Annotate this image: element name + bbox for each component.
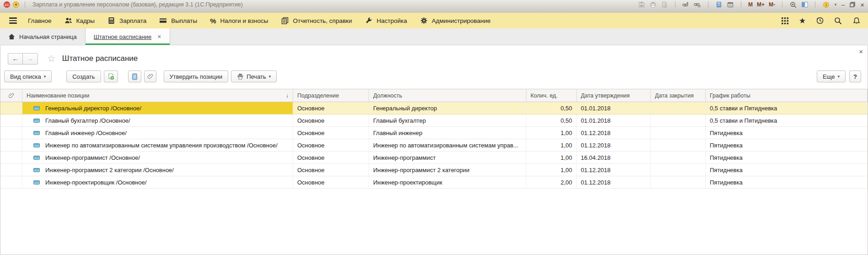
- menu-item-administrirovanie[interactable]: Администрирование: [413, 13, 497, 28]
- list-settings-button[interactable]: [128, 71, 141, 82]
- row-date-closed-cell[interactable]: [651, 152, 706, 163]
- header-name-column[interactable]: Наименование позиции ↓: [22, 89, 293, 102]
- row-date-approved-cell[interactable]: 16.04.2018: [577, 152, 651, 163]
- row-name-cell[interactable]: Инженер-программист /Основное/: [22, 152, 293, 163]
- help-button[interactable]: ?: [849, 71, 861, 82]
- calendar-icon[interactable]: 31: [727, 1, 734, 8]
- tab-close-icon[interactable]: ×: [157, 33, 161, 40]
- row-quantity-cell[interactable]: 1,00: [526, 152, 577, 163]
- row-position-cell[interactable]: Инженер по автоматизированным системам у…: [369, 139, 526, 151]
- row-date-closed-cell[interactable]: [651, 164, 706, 176]
- print-icon[interactable]: [649, 1, 657, 8]
- tab-home-page[interactable]: Начальная страница: [0, 28, 86, 45]
- row-quantity-cell[interactable]: 0,50: [526, 102, 577, 114]
- row-quantity-cell[interactable]: 1,00: [526, 164, 577, 176]
- row-schedule-cell[interactable]: Пятидневка: [706, 127, 868, 139]
- row-department-cell[interactable]: Основное: [293, 139, 369, 151]
- row-department-cell[interactable]: Основное: [293, 114, 369, 126]
- row-schedule-cell[interactable]: 0,5 ставки и Пятидневка: [706, 102, 868, 114]
- minimize-icon[interactable]: –: [841, 2, 845, 8]
- row-name-cell[interactable]: Главный бухгалтер /Основное/: [22, 114, 293, 126]
- row-date-closed-cell[interactable]: [651, 114, 706, 126]
- hamburger-menu-icon[interactable]: [5, 13, 21, 28]
- get-link-icon[interactable]: [682, 1, 690, 8]
- add-to-favorites-star-icon[interactable]: ☆: [47, 53, 56, 64]
- menu-item-nalogi[interactable]: % Налоги и взносы: [204, 13, 274, 28]
- row-position-cell[interactable]: Главный бухгалтер: [369, 114, 526, 126]
- main-menu-dropdown-icon[interactable]: ▼: [13, 1, 19, 8]
- header-date-closed-column[interactable]: Дата закрытия: [651, 89, 706, 102]
- menu-item-kadry[interactable]: Кадры: [58, 13, 101, 28]
- search-icon[interactable]: [834, 16, 842, 25]
- row-department-cell[interactable]: Основное: [293, 164, 369, 176]
- row-schedule-cell[interactable]: 0,5 ставки и Пятидневка: [706, 114, 868, 126]
- save-icon[interactable]: [638, 1, 645, 8]
- memory-m-minus-button[interactable]: M-: [769, 1, 775, 8]
- row-position-cell[interactable]: Генеральный директор: [369, 102, 526, 114]
- row-name-cell[interactable]: Инженер-программист 2 категории /Основно…: [22, 164, 293, 176]
- info-icon[interactable]: i: [822, 1, 830, 8]
- row-date-closed-cell[interactable]: [651, 102, 706, 114]
- row-department-cell[interactable]: Основное: [293, 176, 369, 188]
- row-department-cell[interactable]: Основное: [293, 152, 369, 163]
- favorites-star-icon[interactable]: ★: [799, 17, 806, 25]
- row-quantity-cell[interactable]: 0,50: [526, 114, 577, 126]
- table-row[interactable]: Главный инженер /Основное/ Основное Глав…: [0, 127, 868, 139]
- row-date-approved-cell[interactable]: 01.01.2018: [577, 114, 651, 126]
- row-quantity-cell[interactable]: 2,00: [526, 176, 577, 188]
- row-name-cell[interactable]: Инженер по автоматизированным системам у…: [22, 139, 293, 151]
- print-button[interactable]: Печать ▾: [231, 71, 277, 82]
- table-row[interactable]: Генеральный директор /Основное/ Основное…: [0, 102, 868, 114]
- row-position-cell[interactable]: Главный инженер: [369, 127, 526, 139]
- create-by-copy-button[interactable]: [104, 71, 118, 82]
- menu-item-nastroika[interactable]: Настройка: [359, 13, 413, 28]
- row-position-cell[interactable]: Инженер-программист: [369, 152, 526, 163]
- row-position-cell[interactable]: Инженер-программист 2 категории: [369, 164, 526, 176]
- info-dropdown-icon[interactable]: ▼: [834, 2, 837, 8]
- row-name-cell[interactable]: Инженер-проектировщик /Основное/: [22, 176, 293, 188]
- row-position-cell[interactable]: Инженер-проектировщик: [369, 176, 526, 188]
- back-button[interactable]: ←: [8, 53, 23, 65]
- row-date-closed-cell[interactable]: [651, 139, 706, 151]
- zoom-in-icon[interactable]: [789, 1, 797, 8]
- forward-button[interactable]: →: [23, 53, 38, 65]
- more-button[interactable]: Еще ▾: [817, 71, 846, 82]
- row-date-closed-cell[interactable]: [651, 176, 706, 188]
- header-attachment-column[interactable]: [0, 89, 22, 102]
- header-schedule-column[interactable]: График работы: [706, 89, 868, 102]
- notifications-bell-icon[interactable]: [852, 16, 861, 25]
- row-date-approved-cell[interactable]: 01.01.2018: [577, 102, 651, 114]
- table-row[interactable]: Инженер по автоматизированным системам у…: [0, 139, 868, 152]
- header-date-approved-column[interactable]: Дата утверждения: [577, 89, 651, 102]
- memory-m-plus-button[interactable]: M+: [757, 1, 765, 8]
- row-schedule-cell[interactable]: Пятидневка: [706, 164, 868, 176]
- split-view-icon[interactable]: [801, 1, 808, 8]
- maximize-icon[interactable]: [849, 1, 856, 8]
- history-icon[interactable]: [815, 16, 824, 25]
- memory-m-button[interactable]: M: [748, 1, 753, 8]
- row-name-cell[interactable]: Генеральный директор /Основное/: [22, 102, 293, 114]
- header-quantity-column[interactable]: Колич. ед.: [526, 89, 577, 102]
- table-row[interactable]: Главный бухгалтер /Основное/ Основное Гл…: [0, 114, 868, 127]
- row-department-cell[interactable]: Основное: [293, 102, 369, 114]
- row-schedule-cell[interactable]: Пятидневка: [706, 176, 868, 188]
- close-window-icon[interactable]: ×: [860, 2, 864, 8]
- print-preview-icon[interactable]: [661, 1, 668, 8]
- row-date-closed-cell[interactable]: [651, 127, 706, 139]
- menu-item-glavnoe[interactable]: Главное: [21, 13, 58, 28]
- menu-item-vyplaty[interactable]: Выплаты: [153, 13, 204, 28]
- row-quantity-cell[interactable]: 1,00: [526, 127, 577, 139]
- header-position-column[interactable]: Должность: [369, 89, 526, 102]
- form-close-icon[interactable]: ×: [859, 48, 863, 55]
- row-name-cell[interactable]: Главный инженер /Основное/: [22, 127, 293, 139]
- tab-staffing-schedule[interactable]: Штатное расписание ×: [86, 28, 170, 45]
- apps-grid-icon[interactable]: [781, 16, 789, 25]
- row-schedule-cell[interactable]: Пятидневка: [706, 139, 868, 151]
- table-row[interactable]: Инженер-программист /Основное/ Основное …: [0, 152, 868, 164]
- table-row[interactable]: Инженер-проектировщик /Основное/ Основно…: [0, 176, 868, 189]
- create-button[interactable]: Создать: [66, 71, 101, 82]
- header-department-column[interactable]: Подразделение: [293, 89, 369, 102]
- row-date-approved-cell[interactable]: 01.12.2018: [577, 164, 651, 176]
- menu-item-otchetnost[interactable]: Отчетность, справки: [274, 13, 358, 28]
- attachments-button[interactable]: [144, 71, 156, 82]
